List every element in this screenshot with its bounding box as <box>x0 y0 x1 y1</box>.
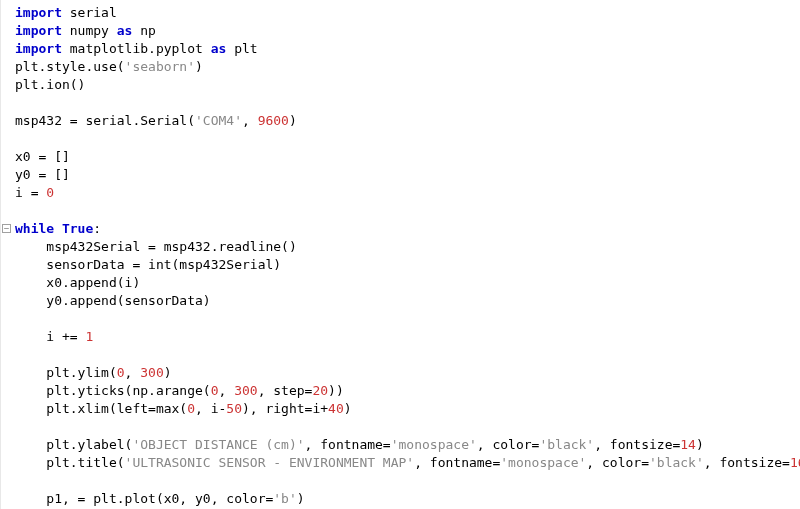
code-line: msp432 = serial.Serial('COM4', 9600) <box>15 113 297 128</box>
code-line: msp432Serial = msp432.readline() <box>15 239 297 254</box>
code-line: plt.title('ULTRASONIC SENSOR - ENVIRONME… <box>15 455 800 470</box>
code-line: import serial <box>15 5 117 20</box>
code-line: import matplotlib.pyplot as plt <box>15 41 258 56</box>
code-line: p1, = plt.plot(x0, y0, color='b') <box>15 491 305 506</box>
code-line: plt.yticks(np.arange(0, 300, step=20)) <box>15 383 344 398</box>
code-line: plt.ion() <box>15 77 85 92</box>
code-line: x0.append(i) <box>15 275 140 290</box>
code-line: plt.ylim(0, 300) <box>15 365 172 380</box>
code-line: sensorData = int(msp432Serial) <box>15 257 281 272</box>
code-line: plt.style.use('seaborn') <box>15 59 203 74</box>
code-line: import numpy as np <box>15 23 156 38</box>
code-line: plt.ylabel('OBJECT DISTANCE (cm)', fontn… <box>15 437 704 452</box>
code-line: i = 0 <box>15 185 54 200</box>
code-line: y0 = [] <box>15 167 70 182</box>
code-line: y0.append(sensorData) <box>15 293 211 308</box>
code-line: i += 1 <box>15 329 93 344</box>
code-editor: import serial import numpy as np import … <box>0 0 800 509</box>
fold-toggle-icon[interactable]: − <box>2 224 11 233</box>
code-line: while True: <box>15 221 101 236</box>
code-line: plt.xlim(left=max(0, i-50), right=i+40) <box>15 401 352 416</box>
code-line: x0 = [] <box>15 149 70 164</box>
